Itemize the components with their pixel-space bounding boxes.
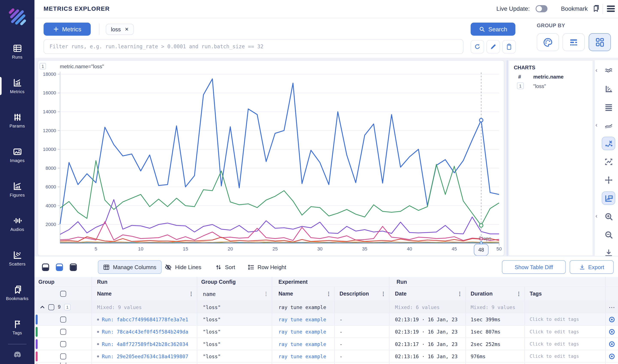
sort-button[interactable]: Sort <box>215 260 235 274</box>
config-name-header[interactable]: name⋮ <box>197 287 272 301</box>
run-name-link[interactable]: Run: 29e205eed7634c18a4199807 <box>102 353 188 359</box>
panel-resize-handle[interactable] <box>507 60 508 256</box>
edit-query-button[interactable] <box>487 40 500 53</box>
sidebar-item-images[interactable]: Images <box>0 143 35 167</box>
group-summary-row[interactable]: 91Mixed: 9 values"loss"ray tune exampleM… <box>35 301 618 313</box>
duration-header[interactable]: Duration⋮ <box>466 287 525 301</box>
run-experiment-link[interactable]: ray tune example <box>279 341 326 347</box>
chip-close-icon[interactable]: ✕ <box>125 26 129 32</box>
row-height-large-button[interactable] <box>70 263 77 271</box>
tags-header[interactable]: Tags <box>525 287 606 301</box>
run-name-link[interactable]: Run: 78ca4c43ef0f45f584b249da <box>102 329 188 335</box>
visibility-icon[interactable] <box>609 341 615 347</box>
highlight-mode-button[interactable] <box>602 137 615 150</box>
row-checkbox[interactable] <box>48 304 54 310</box>
experiment-name-header[interactable]: Name⋮ <box>272 287 335 301</box>
sidebar-item-runs[interactable]: Runs <box>0 40 35 64</box>
row-checkbox[interactable] <box>60 291 66 297</box>
table-row[interactable]: Run: 29e205eed7634c18a4199807"loss"ray t… <box>35 350 618 363</box>
table-row-partial[interactable] <box>35 363 618 364</box>
sidebar-item-params[interactable]: Params <box>0 109 35 132</box>
run-name-link[interactable]: Run: fabcc7f4996841778fe3a7e1 <box>102 316 188 322</box>
table-row[interactable]: Run: 78ca4c43ef0f45f584b249da"loss"ray t… <box>35 326 618 338</box>
column-menu-icon[interactable]: ⋮ <box>263 291 269 297</box>
sidebar-item-tags[interactable]: Tags <box>0 315 35 339</box>
row-checkbox[interactable] <box>60 353 66 359</box>
run-experiment-link[interactable]: ray tune example <box>279 329 326 335</box>
pan-move-button[interactable] <box>602 173 615 187</box>
run-name-link[interactable]: Run: 4a8f727589fb42b28c362034 <box>102 341 188 347</box>
visibility-icon[interactable] <box>609 353 615 360</box>
column-menu-icon[interactable]: ⋮ <box>326 291 331 297</box>
series-line-red[interactable] <box>60 237 499 242</box>
alignment-button[interactable] <box>602 100 615 114</box>
discord-icon[interactable] <box>12 349 23 360</box>
live-update-toggle[interactable] <box>536 5 547 12</box>
column-menu-icon[interactable]: ⋮ <box>457 291 462 297</box>
add-metrics-button[interactable]: Metrics <box>44 23 91 36</box>
row-height-button[interactable]: Row Height <box>248 260 286 274</box>
edit-tags-cell[interactable]: Click to edit tags <box>525 350 606 362</box>
edit-tags-cell[interactable]: Click to edit tags <box>525 326 606 338</box>
axes-properties-button[interactable]: yx <box>602 82 615 95</box>
x-tick-label: 40 <box>407 246 412 252</box>
edit-tags-cell[interactable]: Click to edit tags <box>525 338 606 350</box>
visibility-icon[interactable] <box>609 316 615 323</box>
series-line-blue[interactable] <box>60 79 499 224</box>
collapse-section-icon[interactable]: ‹ <box>595 121 597 128</box>
row-height-medium-button[interactable] <box>56 263 63 271</box>
row-checkbox[interactable] <box>60 316 66 322</box>
column-menu-icon[interactable]: ⋮ <box>381 291 386 297</box>
name-header[interactable]: Name⋮ <box>92 287 197 301</box>
search-button[interactable]: Search <box>471 23 515 36</box>
collapse-section-icon[interactable]: ‹ <box>595 212 597 219</box>
metric-chip-loss[interactable]: loss ✕ <box>106 24 134 35</box>
series-line-orange[interactable] <box>60 242 499 242</box>
sidebar-item-figures[interactable]: Figures <box>0 178 35 201</box>
edit-tags-cell[interactable]: Click to edit tags <box>525 313 606 325</box>
collapse-section-icon[interactable]: ‹ <box>595 66 597 73</box>
series-line-green[interactable] <box>60 160 499 225</box>
hide-lines-button[interactable]: Hide Lines <box>164 260 201 274</box>
bookmark-icon[interactable] <box>592 4 600 13</box>
table-row[interactable]: Run: 4a8f727589fb42b28c362034"loss"ray t… <box>35 338 618 350</box>
column-menu-icon[interactable]: ⋮ <box>189 291 194 297</box>
collapse-group-icon[interactable] <box>40 305 45 310</box>
table-row[interactable]: Run: fabcc7f4996841778fe3a7e1"loss"ray t… <box>35 313 618 325</box>
aggregation-button[interactable] <box>602 64 615 77</box>
line-chart[interactable]: 2000400060008000100001200014000160001800… <box>38 61 504 255</box>
row-checkbox[interactable] <box>60 363 66 364</box>
group-by-chart-button[interactable] <box>589 33 611 51</box>
filter-runs-input[interactable] <box>44 39 464 54</box>
smoothing-button[interactable] <box>602 118 615 132</box>
charts-row-index[interactable]: 1 <box>517 82 524 89</box>
sidebar-item-metrics[interactable]: Metrics <box>0 74 35 98</box>
run-experiment-link[interactable]: ray tune example <box>279 316 326 322</box>
run-experiment-link[interactable]: ray tune example <box>279 353 326 359</box>
manage-columns-button[interactable]: Manage Columns <box>98 260 162 274</box>
legends-button[interactable] <box>602 191 615 205</box>
menu-icon[interactable] <box>606 5 615 13</box>
export-button[interactable]: Export <box>570 260 614 274</box>
group-by-stroke-button[interactable] <box>563 33 585 51</box>
sidebar-item-bookmarks[interactable]: Bookmarks <box>0 281 35 305</box>
sidebar-item-scatters[interactable]: Scatters <box>0 246 35 270</box>
row-checkbox[interactable] <box>60 341 66 347</box>
copy-query-button[interactable] <box>502 40 516 53</box>
reset-filter-button[interactable] <box>471 40 484 53</box>
column-menu-icon[interactable]: ⋮ <box>516 291 521 297</box>
series-line-purple[interactable] <box>60 200 499 234</box>
sidebar-item-audios[interactable]: Audios <box>0 212 35 236</box>
zoom-select-button[interactable] <box>602 155 615 169</box>
visibility-icon[interactable] <box>609 328 615 335</box>
row-checkbox[interactable] <box>60 329 66 335</box>
export-chart-button[interactable] <box>602 246 615 260</box>
zoom-out-button[interactable] <box>602 228 615 241</box>
zoom-in-button[interactable] <box>602 210 615 223</box>
group-by-color-button[interactable] <box>537 33 559 51</box>
group-more-icon[interactable]: ⋯ <box>606 301 618 313</box>
show-table-diff-button[interactable]: Show Table Diff <box>502 260 566 274</box>
row-height-small-button[interactable] <box>42 263 49 271</box>
description-header[interactable]: Description⋮ <box>335 287 389 301</box>
date-header[interactable]: Date⋮ <box>389 287 466 301</box>
